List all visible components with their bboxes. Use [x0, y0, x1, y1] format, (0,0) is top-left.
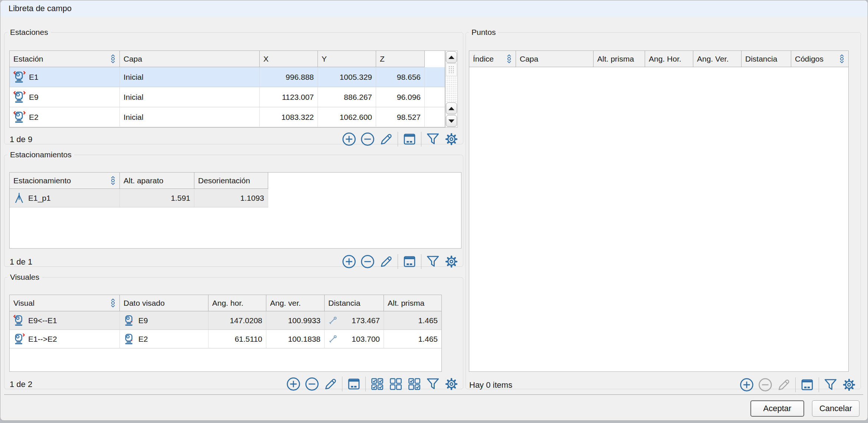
remove-button: [758, 378, 772, 392]
distance-icon: [328, 335, 337, 344]
estaciones-toolbar: [342, 132, 458, 147]
form-view-button[interactable]: [347, 377, 361, 391]
edit-button[interactable]: [379, 132, 393, 146]
sort-icon: [110, 298, 116, 308]
station-icon: [13, 111, 26, 123]
estaciones-header-capa[interactable]: Capa: [120, 51, 260, 67]
scroll-up-button-secondary[interactable]: [446, 102, 457, 114]
station-icon: [124, 315, 135, 326]
estaciones-header-row: Estación Capa X Y Z: [10, 51, 445, 67]
station-outgoing-icon: [13, 333, 25, 345]
filter-icon: [426, 377, 440, 391]
settings-button[interactable]: [444, 377, 458, 391]
table-row[interactable]: E1-->E2 E2 61.5110 100.1838 103.700 1.46…: [10, 330, 441, 348]
settings-button[interactable]: [444, 132, 458, 146]
visuales-header-ang-hor[interactable]: Ang. hor.: [208, 295, 266, 311]
remove-button[interactable]: [305, 377, 319, 391]
estacionamientos-header-alt-aparato[interactable]: Alt. aparato: [120, 173, 194, 189]
remove-icon: [361, 132, 375, 146]
puntos-header-indice[interactable]: Índice: [469, 51, 516, 67]
filter-button[interactable]: [426, 132, 440, 146]
add-button[interactable]: [342, 255, 356, 269]
puntos-header-ang-hor[interactable]: Ang. Hor.: [645, 51, 693, 67]
estaciones-header-estacion[interactable]: Estación: [10, 51, 120, 67]
visuales-header-alt-prisma[interactable]: Alt. prisma: [384, 295, 441, 311]
edit-button[interactable]: [379, 255, 393, 269]
visuales-header-visual[interactable]: Visual: [10, 295, 120, 311]
sort-icon: [110, 176, 116, 186]
form-view-button[interactable]: [402, 255, 417, 269]
table-row[interactable]: E2 Inicial 1083.322 1062.600 98.527: [10, 107, 445, 127]
section-estacionamientos-label: Estacionamientos: [7, 150, 74, 159]
edit-button[interactable]: [323, 377, 338, 391]
add-button[interactable]: [286, 377, 300, 391]
table-row[interactable]: E1 Inicial 996.888 1005.329 98.656: [10, 67, 445, 87]
accept-button[interactable]: Aceptar: [750, 400, 804, 417]
remove-icon: [758, 378, 772, 392]
scrollbar[interactable]: [445, 50, 458, 128]
remove-button[interactable]: [361, 132, 375, 146]
form-view-button[interactable]: [402, 132, 417, 146]
toolbar-separator: [342, 377, 342, 391]
scroll-thumb[interactable]: [446, 63, 457, 76]
row-counter: 1 de 2: [10, 380, 32, 389]
puntos-header-alt-prisma[interactable]: Alt. prisma: [594, 51, 645, 67]
scroll-down-button[interactable]: [446, 115, 457, 127]
station-icon: [13, 91, 26, 103]
section-estaciones: Estaciones Estación Capa X Y Z E1 Inicia…: [4, 28, 463, 144]
add-icon: [286, 377, 300, 391]
estaciones-header-y[interactable]: Y: [318, 51, 376, 67]
section-estacionamientos: Estacionamientos Estacionamiento Alt. ap…: [4, 150, 463, 267]
cancel-button[interactable]: Cancelar: [812, 400, 859, 417]
scroll-track[interactable]: [446, 76, 457, 102]
estacionamientos-header-filler: [268, 173, 461, 189]
toolbar-separator: [398, 132, 398, 147]
edit-icon: [379, 132, 393, 146]
add-button[interactable]: [740, 378, 754, 392]
estacionamientos-header-desorientacion[interactable]: Desorientación: [194, 173, 268, 189]
section-visuales-label: Visuales: [7, 273, 42, 282]
puntos-header-codigos[interactable]: Códigos: [791, 51, 848, 67]
bottom-separator: [4, 394, 863, 395]
sort-icon: [506, 54, 512, 64]
scroll-up-button[interactable]: [446, 51, 457, 63]
table-row[interactable]: E9 Inicial 1123.007 886.267 96.096: [10, 87, 445, 107]
toolbar-separator: [421, 254, 421, 269]
filter-button[interactable]: [426, 377, 440, 391]
puntos-header-capa[interactable]: Capa: [516, 51, 594, 67]
gear-icon: [842, 378, 856, 392]
form-view-button[interactable]: [800, 378, 814, 392]
visuales-header-ang-ver[interactable]: Ang. ver.: [266, 295, 325, 311]
check-all-button[interactable]: [370, 377, 384, 391]
add-icon: [342, 132, 356, 146]
filter-icon: [426, 132, 440, 146]
puntos-header-ang-ver[interactable]: Ang. Ver.: [693, 51, 742, 67]
gear-icon: [444, 255, 458, 269]
table-row[interactable]: E1_p1 1.591 1.1093: [10, 189, 461, 207]
table-row[interactable]: E9<--E1 E9 147.0208 100.9933 173.467 1.4…: [10, 311, 441, 330]
settings-button[interactable]: [444, 255, 458, 269]
visuales-header-dato-visado[interactable]: Dato visado: [120, 295, 208, 311]
filter-icon: [823, 378, 838, 392]
add-button[interactable]: [342, 132, 356, 146]
estaciones-header-filler: [425, 51, 445, 67]
uncheck-all-button[interactable]: [389, 377, 403, 391]
form-view-icon: [800, 378, 814, 392]
estaciones-header-z[interactable]: Z: [376, 51, 425, 67]
estaciones-header-x[interactable]: X: [260, 51, 318, 67]
estacionamientos-header-estacionamiento[interactable]: Estacionamiento: [10, 173, 120, 189]
filter-button[interactable]: [426, 255, 440, 269]
remove-button[interactable]: [361, 255, 375, 269]
estacionamientos-toolbar: [342, 254, 458, 269]
check-all-icon: [370, 377, 384, 391]
settings-button[interactable]: [842, 378, 856, 392]
invert-selection-button[interactable]: [407, 377, 421, 391]
puntos-header-distancia[interactable]: Distancia: [742, 51, 791, 67]
sort-icon: [110, 54, 116, 64]
visuales-header-distancia[interactable]: Distancia: [325, 295, 384, 311]
title-bar[interactable]: Libreta de campo: [0, 0, 868, 17]
toolbar-separator: [398, 254, 398, 269]
toolbar-separator: [819, 377, 819, 392]
add-icon: [342, 255, 356, 269]
filter-button[interactable]: [823, 378, 838, 392]
